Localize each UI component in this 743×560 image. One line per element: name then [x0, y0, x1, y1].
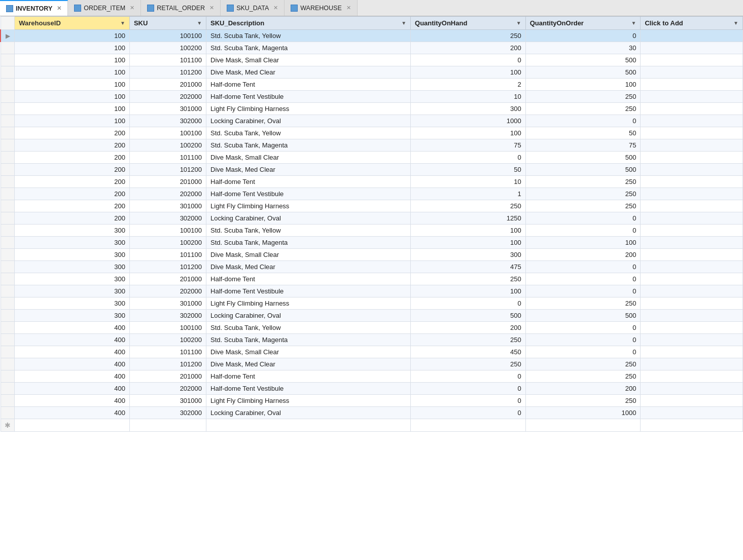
- cell-warehouseid: 100: [15, 42, 130, 54]
- cell-qoo: 500: [525, 164, 641, 176]
- table-row[interactable]: 400302000Locking Carabiner, Oval01000: [1, 407, 743, 419]
- cell-sku: 100100: [129, 30, 206, 42]
- col-header-qoh[interactable]: QuantityOnHand ▼: [411, 17, 526, 30]
- tab-close-warehouse[interactable]: ✕: [346, 5, 351, 11]
- new-row-cell-3[interactable]: [411, 419, 526, 432]
- table-row[interactable]: 100101200Dive Mask, Med Clear100500: [1, 66, 743, 79]
- tab-inventory[interactable]: INVENTORY ✕: [0, 0, 68, 16]
- tab-retail_order[interactable]: RETAIL_ORDER ✕: [141, 0, 221, 16]
- cell-clicktoadd: [641, 310, 743, 322]
- table-row[interactable]: 200101200Dive Mask, Med Clear50500: [1, 164, 743, 176]
- table-row[interactable]: 100302000Locking Carabiner, Oval10000: [1, 115, 743, 127]
- row-indicator-2: [1, 54, 15, 66]
- cell-sku: 101200: [129, 66, 206, 79]
- cell-sku: 100100: [129, 127, 206, 139]
- cell-clicktoadd: [641, 176, 743, 188]
- col-label-skudesc: SKU_Description: [210, 19, 264, 27]
- col-header-sku[interactable]: SKU ▼: [129, 17, 206, 30]
- table-row[interactable]: 100201000Half-dome Tent2100: [1, 79, 743, 91]
- cell-sku: 202000: [129, 91, 206, 103]
- col-header-qoo[interactable]: QuantityOnOrder ▼: [525, 17, 641, 30]
- table-row[interactable]: 300302000Locking Carabiner, Oval500500: [1, 310, 743, 322]
- cell-warehouseid: 200: [15, 127, 130, 139]
- cell-qoo: 0: [525, 115, 641, 127]
- col-header-warehouseid[interactable]: WarehouseID ▼: [15, 17, 130, 30]
- tab-icon-order_item: [74, 5, 81, 12]
- table-row[interactable]: 100101100Dive Mask, Small Clear0500: [1, 54, 743, 66]
- new-row-cell-2[interactable]: [206, 419, 411, 432]
- sort-icon-qoo[interactable]: ▼: [631, 20, 636, 26]
- table-row[interactable]: ▶100100100Std. Scuba Tank, Yellow2500: [1, 30, 743, 42]
- col-label-clicktoadd: Click to Add: [645, 19, 683, 27]
- tab-close-inventory[interactable]: ✕: [57, 5, 61, 12]
- table-row[interactable]: 200201000Half-dome Tent10250: [1, 176, 743, 188]
- new-row-cell-1[interactable]: [129, 419, 206, 432]
- sort-icon-skudesc[interactable]: ▼: [401, 20, 406, 26]
- cell-warehouseid: 300: [15, 310, 130, 322]
- table-row[interactable]: 200302000Locking Carabiner, Oval12500: [1, 212, 743, 225]
- sort-icon-sku[interactable]: ▼: [197, 20, 202, 26]
- cell-sku: 101100: [129, 54, 206, 66]
- table-row[interactable]: 100202000Half-dome Tent Vestibule10250: [1, 91, 743, 103]
- col-header-skudesc[interactable]: SKU_Description ▼: [206, 17, 411, 30]
- new-row[interactable]: ✱: [1, 419, 743, 432]
- cell-qoh: 475: [411, 261, 526, 273]
- table-row[interactable]: 300201000Half-dome Tent2500: [1, 273, 743, 285]
- main-content: WarehouseID ▼ SKU ▼ SKU_Description ▼ Qu…: [0, 16, 743, 560]
- new-row-cell-0[interactable]: [15, 419, 130, 432]
- row-indicator-6: [1, 103, 15, 115]
- cell-qoh: 50: [411, 164, 526, 176]
- cell-skudesc: Dive Mask, Med Clear: [206, 66, 411, 79]
- table-row[interactable]: 300100200Std. Scuba Tank, Magenta100100: [1, 237, 743, 249]
- row-indicator-31: [1, 407, 15, 419]
- table-row[interactable]: 300100100Std. Scuba Tank, Yellow1000: [1, 225, 743, 237]
- cell-sku: 101200: [129, 358, 206, 370]
- sort-icon-warehouseid[interactable]: ▼: [120, 20, 125, 26]
- tab-close-order_item[interactable]: ✕: [130, 5, 134, 11]
- tab-warehouse[interactable]: WAREHOUSE ✕: [285, 0, 358, 16]
- row-indicator-1: [1, 42, 15, 54]
- tab-order_item[interactable]: ORDER_ITEM ✕: [68, 0, 141, 16]
- table-row[interactable]: 300101200Dive Mask, Med Clear4750: [1, 261, 743, 273]
- cell-warehouseid: 200: [15, 176, 130, 188]
- sort-icon-qoh[interactable]: ▼: [516, 20, 521, 26]
- table-row[interactable]: 300301000Light Fly Climbing Harness0250: [1, 297, 743, 310]
- new-row-cell-5[interactable]: [641, 419, 743, 432]
- tab-close-retail_order[interactable]: ✕: [209, 5, 214, 11]
- table-row[interactable]: 400201000Half-dome Tent0250: [1, 370, 743, 383]
- table-row[interactable]: 200100100Std. Scuba Tank, Yellow10050: [1, 127, 743, 139]
- table-row[interactable]: 200202000Half-dome Tent Vestibule1250: [1, 188, 743, 200]
- table-row[interactable]: 400101200Dive Mask, Med Clear250250: [1, 358, 743, 370]
- col-header-clicktoadd[interactable]: Click to Add ▼: [641, 17, 743, 30]
- row-indicator-9: [1, 139, 15, 152]
- table-row[interactable]: 400100200Std. Scuba Tank, Magenta2500: [1, 334, 743, 346]
- cell-sku: 301000: [129, 103, 206, 115]
- table-row[interactable]: 100100200Std. Scuba Tank, Magenta20030: [1, 42, 743, 54]
- table-row[interactable]: 100301000Light Fly Climbing Harness30025…: [1, 103, 743, 115]
- table-row[interactable]: 300101100Dive Mask, Small Clear300200: [1, 249, 743, 261]
- tab-sku_data[interactable]: SKU_DATA ✕: [221, 0, 285, 16]
- new-row-cell-4[interactable]: [525, 419, 641, 432]
- table-row[interactable]: 400301000Light Fly Climbing Harness0250: [1, 395, 743, 407]
- table-row[interactable]: 200301000Light Fly Climbing Harness25025…: [1, 200, 743, 212]
- sort-icon-clicktoadd[interactable]: ▼: [733, 20, 738, 26]
- row-indicator-21: [1, 285, 15, 297]
- cell-qoo: 30: [525, 42, 641, 54]
- cell-clicktoadd: [641, 225, 743, 237]
- cell-clicktoadd: [641, 383, 743, 395]
- cell-qoh: 500: [411, 310, 526, 322]
- cell-qoo: 0: [525, 273, 641, 285]
- table-row[interactable]: 400202000Half-dome Tent Vestibule0200: [1, 383, 743, 395]
- cell-qoh: 1000: [411, 115, 526, 127]
- cell-qoo: 0: [525, 322, 641, 334]
- cell-sku: 101100: [129, 346, 206, 358]
- table-row[interactable]: 200101100Dive Mask, Small Clear0500: [1, 152, 743, 164]
- table-row[interactable]: 400100100Std. Scuba Tank, Yellow2000: [1, 322, 743, 334]
- table-wrapper[interactable]: WarehouseID ▼ SKU ▼ SKU_Description ▼ Qu…: [0, 16, 743, 560]
- tab-close-sku_data[interactable]: ✕: [273, 5, 278, 11]
- table-row[interactable]: 200100200Std. Scuba Tank, Magenta7575: [1, 139, 743, 152]
- table-row[interactable]: 300202000Half-dome Tent Vestibule1000: [1, 285, 743, 297]
- cell-qoo: 200: [525, 383, 641, 395]
- cell-qoh: 0: [411, 54, 526, 66]
- table-row[interactable]: 400101100Dive Mask, Small Clear4500: [1, 346, 743, 358]
